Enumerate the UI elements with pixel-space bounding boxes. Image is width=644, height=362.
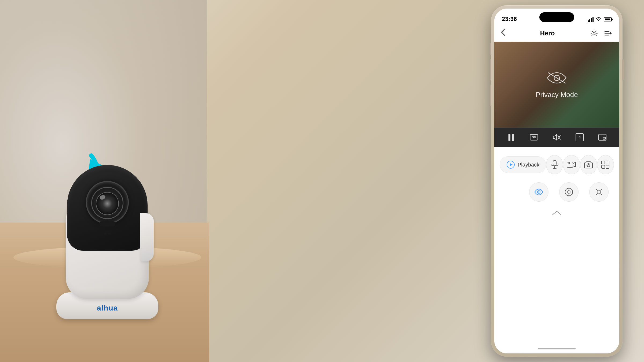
svg-line-43 [596, 194, 597, 195]
playback-label: Playback [518, 162, 539, 168]
svg-rect-5 [508, 134, 510, 141]
mute-button[interactable] [550, 131, 564, 144]
quality-button[interactable]: 4 [573, 131, 586, 144]
svg-point-21 [587, 164, 590, 167]
grid-button[interactable] [597, 155, 614, 174]
privacy-mode-text: Privacy Mode [536, 91, 578, 99]
mic-button[interactable] [546, 155, 563, 174]
camera-brand: alhua [97, 304, 118, 312]
signal-bar-3 [591, 18, 592, 22]
video-feed: Privacy Mode [494, 42, 619, 128]
svg-text:4: 4 [579, 135, 581, 140]
svg-point-1 [593, 32, 595, 34]
camera-body [66, 181, 149, 299]
lens-highlight [99, 194, 106, 201]
svg-rect-23 [602, 161, 605, 164]
phone-btn-right[interactable] [622, 59, 624, 80]
status-icons [588, 16, 612, 23]
phone-frame: 23:36 [491, 5, 623, 357]
svg-point-35 [597, 190, 601, 194]
menu-icon-btn[interactable] [603, 28, 613, 38]
sd-button[interactable]: SD [527, 131, 541, 144]
svg-rect-14 [603, 137, 606, 139]
bottom-panel: Playback [494, 147, 619, 353]
video-record-button[interactable] [563, 155, 580, 174]
nav-bar: Hero [494, 25, 619, 42]
signal-bar-4 [592, 17, 594, 22]
svg-rect-26 [606, 165, 609, 168]
snapshot-button[interactable] [580, 155, 597, 174]
svg-point-20 [568, 162, 570, 164]
signal-bar-2 [589, 19, 590, 22]
nav-icons [589, 28, 613, 38]
phone: 23:36 [491, 5, 623, 357]
status-time: 23:36 [502, 16, 517, 23]
playback-button[interactable]: Playback [500, 156, 546, 173]
svg-rect-6 [512, 134, 514, 141]
chevron-up-area[interactable] [494, 204, 619, 221]
phone-btn-silent[interactable] [490, 43, 491, 55]
camera-device: alhua [43, 142, 172, 319]
svg-rect-25 [602, 165, 605, 168]
nav-title: Hero [540, 29, 555, 37]
camera-lens-inner [96, 192, 119, 215]
battery-icon [604, 17, 612, 21]
quick-actions-row: Playback [494, 147, 619, 180]
svg-text:SD: SD [532, 136, 536, 139]
second-row-actions [494, 180, 619, 204]
svg-rect-24 [606, 161, 609, 164]
signal-icon [588, 17, 594, 22]
svg-line-41 [601, 194, 602, 195]
camera-head [67, 165, 148, 251]
svg-line-40 [596, 189, 597, 190]
light-button[interactable] [589, 182, 609, 202]
battery-fill [605, 19, 610, 20]
phone-screen: 23:36 [494, 9, 619, 353]
signal-bar-1 [588, 20, 589, 22]
privacy-eye-icon [546, 71, 568, 85]
camera-dot [108, 232, 111, 235]
svg-rect-19 [567, 162, 573, 167]
phone-btn-volume-up[interactable] [490, 59, 491, 80]
phone-btn-volume-down[interactable] [490, 84, 491, 106]
camera-fin [140, 213, 154, 261]
dynamic-island [539, 12, 574, 22]
camera-lens-ring [91, 187, 123, 219]
wifi-icon [596, 16, 602, 23]
back-button[interactable] [501, 28, 506, 38]
camera-lens-outer [86, 181, 129, 224]
ptz-button[interactable] [559, 182, 579, 202]
controls-bar: SD 4 [494, 128, 619, 147]
svg-point-30 [568, 191, 570, 193]
pause-button[interactable] [504, 131, 518, 144]
svg-marker-2 [610, 32, 612, 35]
camera-panel-rect [99, 221, 115, 227]
svg-line-42 [601, 189, 602, 190]
home-bar [538, 348, 576, 349]
settings-icon-btn[interactable] [589, 28, 599, 38]
split-button[interactable] [596, 131, 609, 144]
svg-point-28 [538, 191, 539, 193]
svg-point-22 [588, 164, 589, 166]
camera-dots [104, 232, 111, 235]
svg-rect-16 [553, 160, 556, 166]
privacy-toggle-button[interactable] [529, 182, 548, 202]
camera-dot [104, 232, 106, 235]
